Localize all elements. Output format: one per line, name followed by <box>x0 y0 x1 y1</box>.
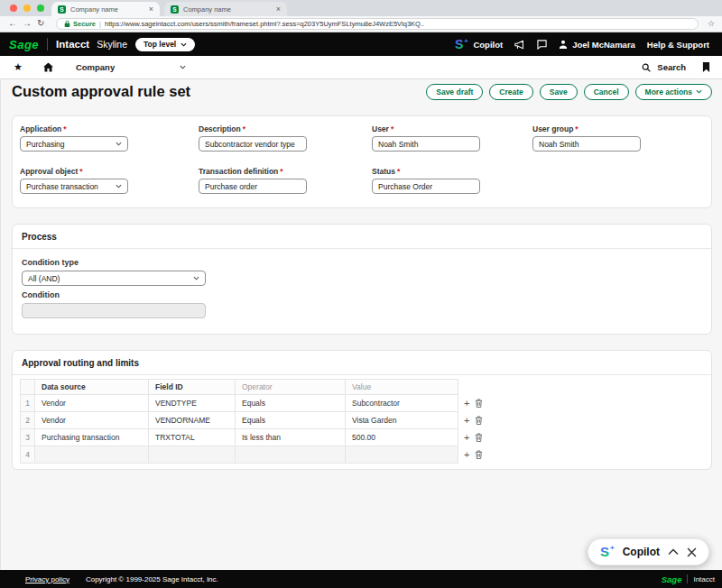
table-row: 1 Vendor VENDTYPE Equals Subcontractor + <box>21 395 491 412</box>
back-icon[interactable]: ← <box>8 18 17 28</box>
sub-nav-right: Search <box>642 62 710 72</box>
reload-icon[interactable]: ↻ <box>37 18 44 28</box>
operator-cell[interactable]: Equals <box>236 412 346 429</box>
forward-icon[interactable]: → <box>23 18 32 28</box>
value-cell[interactable]: 500.00 <box>346 429 458 446</box>
col-operator: Operator <box>236 380 346 395</box>
description-input[interactable]: Subcontractor vendor type <box>199 136 307 152</box>
nav-menu-company[interactable]: Company <box>76 62 186 72</box>
more-actions-button[interactable]: More actions <box>635 84 712 100</box>
data-source-cell[interactable] <box>35 446 149 464</box>
copilot-widget[interactable]: S + Copilot <box>588 538 709 565</box>
field-id-cell[interactable] <box>149 446 236 464</box>
search-icon[interactable] <box>642 63 651 72</box>
chevron-up-icon[interactable] <box>668 548 679 556</box>
announcements-icon[interactable] <box>514 40 525 50</box>
chevron-down-icon <box>696 89 702 94</box>
footer: Privacy policy Copyright © 1999-2025 Sag… <box>0 570 722 588</box>
description-field: Description* Subcontractor vendor type <box>199 124 307 152</box>
condition-type-select[interactable]: All (AND) <box>22 271 206 286</box>
save-draft-button[interactable]: Save draft <box>426 84 483 100</box>
add-row-icon[interactable]: + <box>464 450 469 460</box>
data-source-cell[interactable]: Vendor <box>35 412 149 429</box>
create-button[interactable]: Create <box>489 84 532 100</box>
field-id-cell[interactable]: VENDORNAME <box>149 412 236 429</box>
col-field-id: Field ID <box>149 380 236 395</box>
user-group-field: User group* Noah Smith <box>532 124 641 152</box>
footer-brand: Sage Intacct <box>662 574 715 584</box>
required-marker: * <box>575 124 578 133</box>
window-zoom-button[interactable] <box>37 5 44 12</box>
person-icon <box>559 40 568 49</box>
entity-selector-label: Top level <box>143 40 176 49</box>
value-cell[interactable] <box>346 446 458 464</box>
search-label[interactable]: Search <box>657 62 686 72</box>
tab-close-icon[interactable]: × <box>276 5 281 14</box>
tab-title: Company name <box>183 5 272 14</box>
cancel-button[interactable]: Cancel <box>584 84 629 100</box>
sage-favicon-icon: S <box>171 5 179 14</box>
transaction-definition-input[interactable]: Purchase order <box>199 179 307 194</box>
table-row: 2 Vendor VENDORNAME Equals Vista Garden … <box>21 412 491 429</box>
page-actions: Save draft Create Save Cancel More actio… <box>426 84 712 100</box>
help-support-link[interactable]: Help & Support <box>647 40 709 50</box>
chevron-down-icon <box>180 42 187 47</box>
application-select[interactable]: Purchasing <box>20 136 128 152</box>
svg-text:+: + <box>465 37 469 45</box>
col-data-source: Data source <box>35 380 149 395</box>
approval-object-select[interactable]: Purchase transaction <box>20 179 128 194</box>
col-actions <box>458 380 491 395</box>
delete-row-icon[interactable] <box>475 416 483 425</box>
status-field: Status* Purchase Order <box>372 167 480 194</box>
product-name: Intacct <box>56 39 89 50</box>
divider <box>687 574 688 583</box>
value-cell[interactable]: Subcontractor <box>346 395 458 412</box>
user-input[interactable]: Noah Smith <box>372 136 480 152</box>
address-bar[interactable]: Secure | https://www.sageintacct.com/use… <box>56 18 699 30</box>
required-marker: * <box>79 167 82 176</box>
add-row-icon[interactable]: + <box>464 416 469 426</box>
transaction-definition-field: Transaction definition* Purchase order <box>199 167 307 194</box>
entity-selector[interactable]: Top level <box>135 38 195 51</box>
field-id-cell[interactable]: TRXTOTAL <box>149 429 236 446</box>
close-icon[interactable] <box>687 547 697 557</box>
user-menu[interactable]: Joel McNamara <box>559 40 635 50</box>
operator-cell[interactable]: Is less than <box>236 429 346 446</box>
table-row: 3 Purchasing transaction TRXTOTAL Is les… <box>21 429 491 446</box>
condition-type-label: Condition type <box>22 258 206 267</box>
svg-text:S: S <box>600 544 609 559</box>
delete-row-icon[interactable] <box>475 433 483 442</box>
window-minimize-button[interactable] <box>23 5 31 12</box>
add-row-icon[interactable]: + <box>464 433 469 443</box>
operator-cell[interactable]: Equals <box>236 395 346 412</box>
save-button[interactable]: Save <box>540 84 578 100</box>
required-marker: * <box>391 124 393 133</box>
condition-input <box>22 303 206 318</box>
favorites-star-icon[interactable]: ★ <box>14 61 23 73</box>
delete-row-icon[interactable] <box>475 399 483 408</box>
browser-tab-2[interactable]: S Company name × <box>164 2 287 16</box>
add-row-icon[interactable]: + <box>464 399 469 409</box>
window-close-button[interactable] <box>10 5 17 12</box>
field-id-cell[interactable]: VENDTYPE <box>149 395 236 412</box>
app-header-right: S + Copilot Joel McNamara Help & Support <box>455 37 709 52</box>
operator-cell[interactable] <box>236 446 346 464</box>
browser-tab-1[interactable]: S Company name × <box>51 2 160 16</box>
data-source-cell[interactable]: Purchasing transaction <box>35 429 149 446</box>
chat-icon[interactable] <box>537 40 547 50</box>
bookmark-star-icon[interactable]: ☆ <box>708 19 715 28</box>
delete-row-icon[interactable] <box>475 450 483 459</box>
home-icon[interactable] <box>43 62 53 72</box>
bookmark-icon[interactable] <box>702 62 710 72</box>
status-input[interactable]: Purchase Order <box>372 179 480 194</box>
copilot-button[interactable]: S + Copilot <box>455 37 503 52</box>
chevron-down-icon <box>116 142 122 146</box>
privacy-policy-link[interactable]: Privacy policy <box>25 575 69 583</box>
sub-nav: ★ Company Search <box>0 56 722 79</box>
condition-type-field: Condition type All (AND) <box>22 258 206 286</box>
nav-menu-company-label: Company <box>76 62 115 72</box>
data-source-cell[interactable]: Vendor <box>35 395 149 412</box>
value-cell[interactable]: Vista Garden <box>346 412 458 429</box>
user-group-input[interactable]: Noah Smith <box>532 136 641 152</box>
tab-close-icon[interactable]: × <box>149 5 153 14</box>
